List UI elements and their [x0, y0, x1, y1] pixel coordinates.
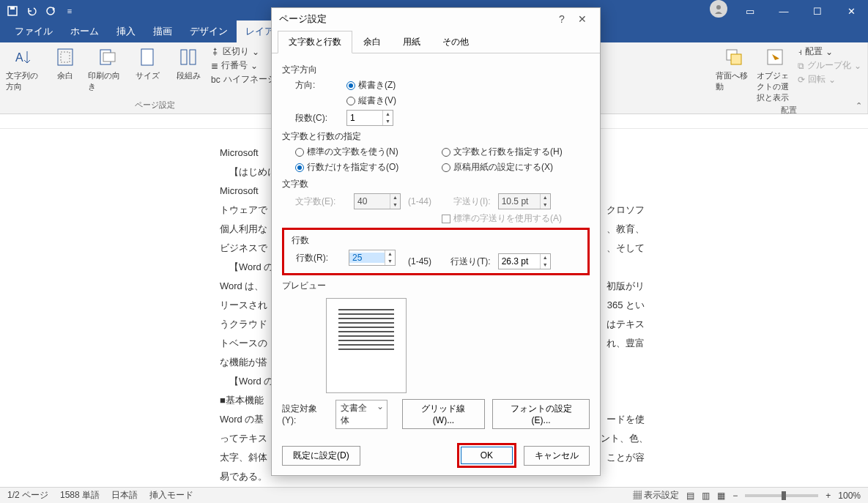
status-insert-mode[interactable]: 挿入モード [149, 489, 193, 502]
label-chars: 文字数(E): [295, 195, 346, 208]
zoom-out-button[interactable]: − [732, 491, 738, 501]
btn-ok[interactable]: OK [461, 447, 513, 464]
svg-text:A: A [15, 51, 23, 64]
ribbon-display-button[interactable]: ▭ [733, 0, 767, 22]
dialog-help-button[interactable]: ? [552, 13, 572, 25]
btn-selection-pane[interactable]: オブジェクトの選択と表示 [757, 45, 793, 103]
label: サイズ [136, 70, 160, 81]
label-lines: 行数(R): [296, 252, 341, 264]
zoom-in-button[interactable]: + [826, 491, 831, 501]
ribbon-collapse-icon[interactable]: ⌃ [856, 101, 862, 111]
btn-align[interactable]: ⫞配置 ⌄ [798, 45, 861, 58]
combo-apply-to[interactable]: 文書全体 [335, 400, 387, 429]
tab-insert[interactable]: 挿入 [108, 21, 144, 42]
svg-rect-5 [58, 49, 73, 65]
btn-rotate[interactable]: ⟳回転 ⌄ [798, 73, 861, 86]
doc-line: ことが容 [601, 448, 645, 467]
status-language[interactable]: 日本語 [111, 489, 138, 502]
document-right-edge: クロソフ、教育、、そして 初版がリ365 といはテキスれ、豊富 ードを使ント、色… [601, 129, 645, 487]
input-line-pitch[interactable] [499, 256, 540, 267]
radio-chars-and-lines[interactable]: 文字数と行数を指定する(H) [442, 146, 563, 158]
label-direction: 方向: [295, 79, 339, 92]
input-columns[interactable] [347, 113, 382, 123]
btn-size[interactable]: サイズ [129, 45, 166, 81]
spinner-columns[interactable]: ▲▼ [346, 110, 393, 126]
view-print-icon[interactable]: ▥ [702, 491, 710, 501]
display-settings-button[interactable]: ▦ 表示設定 [633, 489, 679, 502]
line-numbers-icon: ≣ [211, 61, 218, 71]
save-icon[interactable] [4, 3, 21, 19]
group-arrange: 背面へ移動 オブジェクトの選択と表示 ⫞配置 ⌄ ⧉グループ化 ⌄ ⟳回転 ⌄ … [710, 42, 868, 113]
spinner-line-pitch[interactable]: ▲▼ [498, 253, 551, 269]
btn-cancel[interactable]: キャンセル [524, 446, 590, 466]
doc-line: ント、色、 [601, 429, 645, 448]
close-button[interactable]: ✕ [834, 0, 868, 22]
label: 段組み [177, 70, 201, 81]
radio-vertical[interactable]: 縦書き(V) [346, 94, 396, 107]
align-icon: ⫞ [798, 47, 802, 57]
view-web-icon[interactable]: ▦ [717, 491, 725, 501]
tab-design[interactable]: デザイン [181, 21, 237, 42]
group-page-setup: A 文字列の方向 余白 印刷の向き サイズ 段組み ⭻区切り ⌄ ≣行番号 [0, 42, 311, 113]
btn-gridlines[interactable]: グリッド線(W)... [402, 399, 485, 429]
dialog-tabs: 文字数と行数 余白 用紙 その他 [272, 30, 600, 53]
hyphenation-icon: bc [211, 75, 220, 85]
section-lines: 行数 [292, 234, 580, 247]
status-bar: 1/2 ページ 1588 単語 日本語 挿入モード ▦ 表示設定 ▤ ▥ ▦ −… [0, 487, 868, 503]
range-chars: (1-44) [408, 196, 431, 206]
maximize-button[interactable]: ☐ [801, 0, 834, 22]
range-lines: (1-45) [408, 256, 431, 267]
spinner-chars: ▲▼ [354, 193, 401, 209]
label: 背面へ移動 [716, 70, 752, 92]
zoom-slider[interactable] [745, 494, 818, 497]
qat-customize-icon[interactable]: ≡ [62, 3, 78, 19]
radio-horizontal[interactable]: 横書き(Z) [346, 79, 396, 92]
doc-line [601, 163, 645, 182]
group-icon: ⧉ [798, 61, 804, 71]
account-avatar-icon[interactable] [710, 0, 727, 18]
status-page[interactable]: 1/2 ページ [7, 489, 48, 502]
zoom-level[interactable]: 100% [838, 491, 861, 501]
dlg-tab-chars-lines[interactable]: 文字数と行数 [278, 31, 352, 53]
dlg-tab-margins[interactable]: 余白 [352, 31, 392, 53]
radio-standard-chars[interactable]: 標準の文字数を使う(N) [295, 146, 434, 158]
undo-icon[interactable] [23, 3, 40, 19]
doc-line: はテキス [601, 315, 645, 334]
tab-home[interactable]: ホーム [62, 21, 108, 42]
svg-rect-9 [141, 49, 153, 65]
minimize-button[interactable]: — [767, 0, 801, 22]
view-read-icon[interactable]: ▤ [686, 491, 694, 501]
input-chars [355, 196, 390, 206]
dialog-close-button[interactable]: ✕ [572, 13, 593, 25]
input-lines[interactable] [349, 253, 385, 263]
doc-line: ードを使 [601, 410, 645, 429]
svg-point-3 [716, 5, 721, 10]
radio-genko[interactable]: 原稿用紙の設定にする(X) [442, 161, 553, 174]
btn-set-default[interactable]: 既定に設定(D) [282, 446, 360, 466]
btn-margins[interactable]: 余白 [47, 45, 84, 81]
tab-draw[interactable]: 描画 [144, 21, 181, 42]
dlg-tab-paper[interactable]: 用紙 [392, 31, 431, 53]
spinner-lines[interactable]: ▲▼ [349, 250, 396, 266]
size-icon [136, 45, 159, 69]
btn-font-settings[interactable]: フォントの設定(E)... [492, 399, 590, 429]
tab-file[interactable]: ファイル [6, 21, 62, 42]
text-direction-icon: A [12, 45, 36, 69]
btn-group[interactable]: ⧉グループ化 ⌄ [798, 59, 861, 72]
btn-orientation[interactable]: 印刷の向き [88, 45, 125, 92]
section-chars: 文字数 [282, 178, 590, 190]
label-char-pitch: 字送り(I): [453, 195, 491, 208]
dlg-tab-other[interactable]: その他 [431, 31, 480, 53]
svg-rect-11 [190, 50, 196, 64]
status-words[interactable]: 1588 単語 [60, 489, 100, 502]
doc-line: 初版がリ [601, 277, 645, 296]
btn-send-backward[interactable]: 背面へ移動 [716, 45, 752, 92]
redo-icon[interactable] [42, 3, 59, 19]
columns-icon [177, 45, 200, 69]
radio-lines-only[interactable]: 行数だけを指定する(O) [295, 161, 434, 174]
btn-text-direction[interactable]: A 文字列の方向 [6, 45, 42, 92]
btn-columns[interactable]: 段組み [170, 45, 207, 81]
doc-line [601, 372, 645, 391]
group-label-page-setup: ページ設定 [6, 98, 304, 111]
group-label-arrange: 配置 [716, 103, 861, 116]
